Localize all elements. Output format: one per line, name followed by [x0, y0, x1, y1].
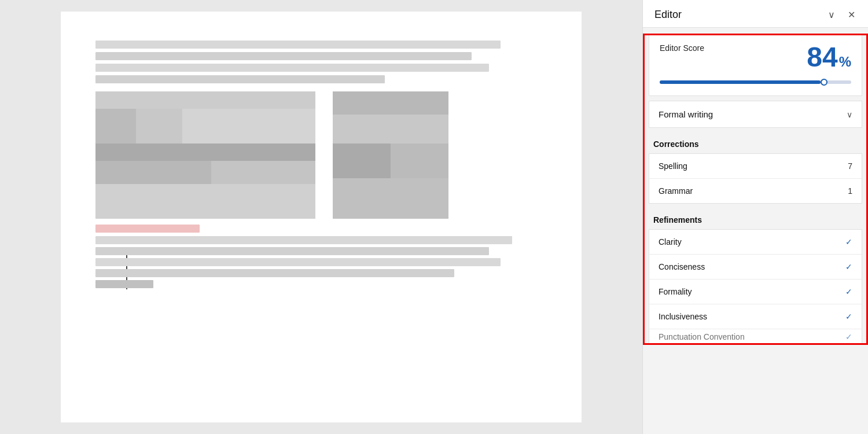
close-button[interactable]: ✕ — [844, 8, 859, 21]
grammar-label: Grammar — [659, 186, 693, 196]
punctuation-label: Punctuation Convention — [659, 332, 745, 341]
formality-item[interactable]: Formality ✓ — [649, 279, 862, 304]
progress-track — [660, 80, 851, 84]
document-page — [61, 12, 582, 422]
grammar-count: 1 — [848, 186, 852, 196]
clarity-label: Clarity — [659, 237, 682, 247]
corrections-header: Corrections — [643, 133, 868, 153]
header-actions: ∨ ✕ — [825, 8, 859, 21]
sidebar-content[interactable]: Editor Score 84 % Formal writing ∨ — [643, 28, 868, 434]
progress-dot — [821, 79, 827, 86]
score-percent: % — [839, 54, 851, 70]
writing-style-label: Formal writing — [659, 109, 713, 119]
score-card: Editor Score 84 % — [649, 34, 862, 96]
editor-sidebar: Editor ∨ ✕ Editor Score 84 % — [642, 0, 868, 434]
clarity-item[interactable]: Clarity ✓ — [649, 230, 862, 255]
punctuation-check-icon: ✓ — [845, 332, 852, 341]
sidebar-title: Editor — [654, 9, 682, 21]
score-number-group: 84 % — [807, 43, 851, 71]
spelling-label: Spelling — [659, 161, 687, 171]
progress-fill — [660, 80, 821, 84]
spelling-item[interactable]: Spelling 7 — [649, 154, 862, 179]
conciseness-label: Conciseness — [659, 262, 705, 271]
corrections-list: Spelling 7 Grammar 1 — [649, 153, 862, 204]
document-area — [0, 0, 642, 434]
score-value: 84 — [807, 43, 837, 71]
grammar-item[interactable]: Grammar 1 — [649, 179, 862, 203]
sidebar-header: Editor ∨ ✕ — [643, 0, 868, 28]
spelling-count: 7 — [848, 161, 852, 171]
writing-style-chevron: ∨ — [847, 110, 852, 119]
refinements-header: Refinements — [643, 208, 868, 229]
conciseness-check-icon: ✓ — [845, 262, 852, 271]
collapse-button[interactable]: ∨ — [825, 8, 838, 21]
punctuation-item[interactable]: Punctuation Convention ✓ — [649, 329, 862, 344]
progress-bar-container — [660, 79, 851, 85]
inclusiveness-item[interactable]: Inclusiveness ✓ — [649, 304, 862, 329]
formality-check-icon: ✓ — [845, 287, 852, 296]
inclusiveness-check-icon: ✓ — [845, 312, 852, 321]
inclusiveness-label: Inclusiveness — [659, 312, 707, 321]
conciseness-item[interactable]: Conciseness ✓ — [649, 255, 862, 279]
formality-label: Formality — [659, 287, 692, 296]
refinements-list: Clarity ✓ Conciseness ✓ Formality ✓ Incl… — [649, 229, 862, 345]
writing-style-dropdown[interactable]: Formal writing ∨ — [649, 101, 862, 128]
score-label: Editor Score — [660, 43, 704, 53]
clarity-check-icon: ✓ — [845, 237, 852, 247]
